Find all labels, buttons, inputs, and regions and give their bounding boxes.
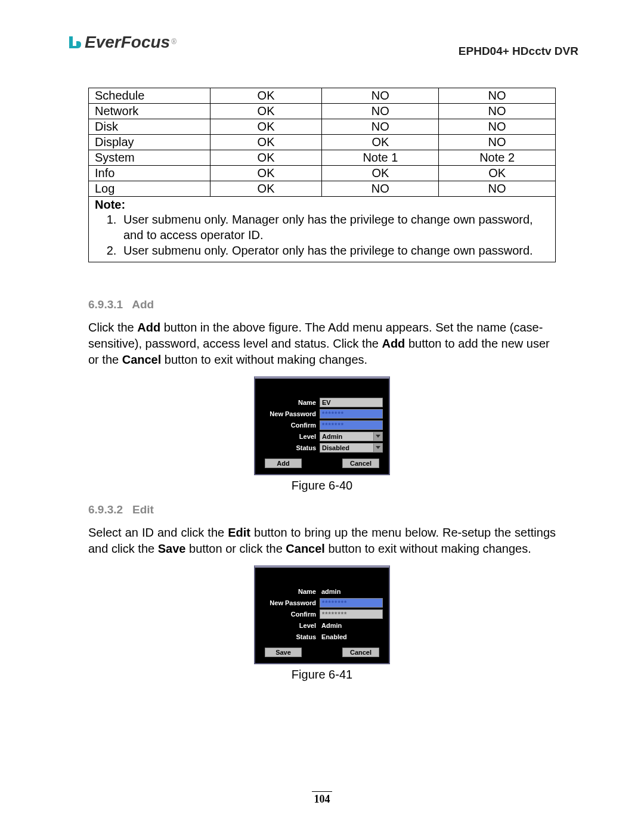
cancel-button[interactable]: Cancel (342, 459, 379, 468)
label-status: Status (261, 444, 320, 451)
note-box: Note: User submenu only. Manager only ha… (88, 197, 556, 262)
status-value: Enabled (320, 632, 383, 642)
table-row: DiskOKNONO (89, 119, 556, 135)
table-row: ScheduleOKNONO (89, 88, 556, 104)
table-row: DisplayOKOKNO (89, 135, 556, 150)
note-label: Note: (95, 198, 549, 212)
label-confirm: Confirm (261, 422, 320, 429)
figure-caption: Figure 6-41 (88, 668, 556, 682)
confirm-input[interactable]: ******* (320, 420, 383, 430)
brand-name: EverFocus® (85, 33, 177, 52)
name-input[interactable]: EV (320, 398, 383, 407)
status-select[interactable]: Disabled (320, 443, 383, 453)
name-value: admin (320, 587, 383, 596)
chevron-down-icon (376, 435, 380, 438)
label-name: Name (261, 399, 320, 406)
new-password-input[interactable]: ******** (320, 598, 383, 608)
new-password-input[interactable]: ******* (320, 409, 383, 419)
add-description: Click the Add button in the above figure… (88, 320, 556, 368)
label-level: Level (261, 433, 320, 440)
cancel-button[interactable]: Cancel (342, 648, 379, 657)
edit-user-dialog: Name admin New Password ******** Confirm… (254, 565, 390, 664)
page-header: EverFocus® EPHD04+ HDcctv DVR (66, 33, 578, 58)
product-title: EPHD04+ HDcctv DVR (459, 45, 578, 58)
note-item: User submenu only. Manager only has the … (120, 212, 549, 243)
table-row: LogOKNONO (89, 181, 556, 197)
chevron-down-icon (376, 446, 380, 449)
label-confirm: Confirm (261, 611, 320, 618)
level-value: Admin (320, 621, 383, 630)
table-row: SystemOKNote 1Note 2 (89, 150, 556, 166)
add-button[interactable]: Add (265, 459, 302, 468)
note-item: User submenu only. Operator only has the… (120, 243, 549, 258)
confirm-input[interactable]: ******** (320, 609, 383, 619)
label-status: Status (261, 633, 320, 640)
figure-caption: Figure 6-40 (88, 479, 556, 493)
section-heading-edit: 6.9.3.2 Edit (88, 503, 556, 516)
table-row: NetworkOKNONO (89, 104, 556, 119)
label-level: Level (261, 622, 320, 629)
label-new-password: New Password (261, 410, 320, 417)
label-name: Name (261, 588, 320, 595)
brand-logo: EverFocus® (66, 33, 177, 52)
label-new-password: New Password (261, 599, 320, 606)
save-button[interactable]: Save (265, 648, 302, 657)
privilege-table: ScheduleOKNONO NetworkOKNONO DiskOKNONO … (88, 88, 556, 197)
table-row: InfoOKOKOK (89, 166, 556, 181)
page-number: 104 (0, 791, 644, 806)
svg-rect-0 (73, 41, 76, 46)
level-select[interactable]: Admin (320, 432, 383, 441)
add-user-dialog: Name EV New Password ******* Confirm ***… (254, 376, 390, 475)
logo-icon (66, 34, 82, 51)
edit-description: Select an ID and click the Edit button t… (88, 525, 556, 557)
section-heading-add: 6.9.3.1 Add (88, 298, 556, 311)
